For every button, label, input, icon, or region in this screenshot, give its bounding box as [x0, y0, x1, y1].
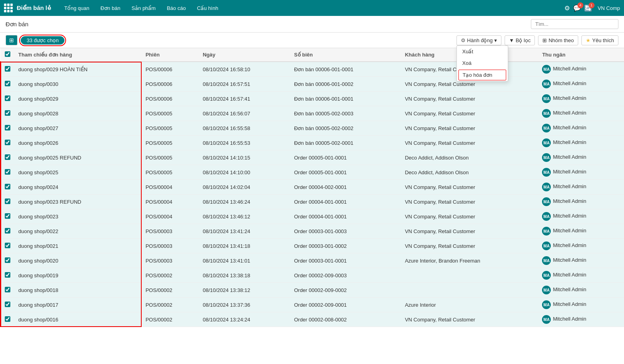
row-checkbox[interactable] — [5, 140, 10, 145]
cell-date: 08/10/2024 14:02:04 — [199, 180, 290, 195]
row-checkbox[interactable] — [5, 287, 10, 292]
action-dropdown-menu: Xuất Xoá Tạo hóa đơn — [456, 45, 508, 82]
table-row[interactable]: duong shop/0028 POS/00005 08/10/2024 16:… — [0, 106, 624, 121]
cell-date: 08/10/2024 13:37:36 — [199, 298, 290, 312]
search-input[interactable] — [531, 19, 618, 29]
cell-customer — [401, 283, 538, 298]
cell-order: Order 00004-001-0001 — [290, 209, 401, 224]
row-checkbox[interactable] — [5, 199, 10, 204]
table-row[interactable]: duong shop/0021 POS/00003 08/10/2024 13:… — [0, 239, 624, 253]
table-row[interactable]: duong shop/0019 POS/00002 08/10/2024 13:… — [0, 268, 624, 283]
row-checkbox[interactable] — [5, 257, 10, 263]
cell-cashier: MAMitchell Admin — [538, 253, 624, 268]
chat-icon[interactable]: 💬 4 — [573, 4, 581, 12]
gear-icon: ⚙ — [461, 37, 466, 43]
grid-view-button[interactable]: ⊞ — [6, 35, 17, 45]
action-dropdown-wrapper: ⚙ Hành động ▾ Xuất Xoá Tạo hóa đơn — [456, 35, 501, 45]
row-checkbox[interactable] — [5, 184, 10, 189]
view-toggle: ⊞ — [6, 35, 18, 45]
app-grid-icon[interactable] — [4, 4, 13, 12]
cell-session: POS/00002 — [142, 298, 199, 312]
cell-session: POS/00003 — [142, 239, 199, 253]
cell-session: POS/00005 — [142, 165, 199, 180]
row-checkbox[interactable] — [5, 228, 10, 234]
menu-item-delete[interactable]: Xoá — [457, 57, 508, 69]
group-icon: ⊞ — [542, 37, 547, 43]
orders-table: Tham chiếu đơn hàng Phiên Ngày Số biên K… — [0, 48, 624, 327]
cell-customer: VN Company, Retail Customer — [401, 239, 538, 253]
row-checkbox[interactable] — [5, 154, 10, 160]
row-checkbox[interactable] — [5, 110, 10, 116]
navbar: Điểm bán lẻ Tổng quan Đơn bán Sản phẩm B… — [0, 0, 624, 16]
cell-order: Order 00002-008-0002 — [290, 312, 401, 327]
col-cashier: Thu ngân — [538, 48, 624, 62]
avatar: MA — [542, 168, 551, 177]
group-button[interactable]: ⊞ Nhóm theo — [538, 35, 578, 45]
brand-name[interactable]: Điểm bán lẻ — [17, 4, 51, 12]
table-row[interactable]: duong shop/0027 POS/00005 08/10/2024 16:… — [0, 121, 624, 136]
cell-date: 08/10/2024 16:57:41 — [199, 91, 290, 106]
cell-order: Đơn bán 00005-002-0003 — [290, 106, 401, 121]
row-checkbox[interactable] — [5, 316, 10, 322]
cell-order: Order 00004-001-0001 — [290, 195, 401, 209]
cell-session: POS/00002 — [142, 312, 199, 327]
row-checkbox[interactable] — [5, 213, 10, 219]
col-session: Phiên — [142, 48, 199, 62]
nav-reports[interactable]: Báo cáo — [161, 0, 191, 16]
cell-customer: VN Company, Retail Customer — [401, 224, 538, 239]
table-header-row: Tham chiếu đơn hàng Phiên Ngày Số biên K… — [0, 48, 624, 62]
row-checkbox[interactable] — [5, 272, 10, 278]
row-checkbox[interactable] — [5, 81, 10, 86]
menu-item-export[interactable]: Xuất — [457, 46, 508, 57]
avatar: MA — [542, 197, 551, 206]
row-checkbox[interactable] — [5, 125, 10, 130]
nav-products[interactable]: Sản phẩm — [126, 0, 161, 16]
table-row[interactable]: duong shop/0024 POS/00004 08/10/2024 14:… — [0, 180, 624, 195]
cell-ref: duong shop/0021 — [14, 239, 142, 253]
fav-button[interactable]: ★ Yêu thích — [581, 35, 618, 45]
row-checkbox[interactable] — [5, 302, 10, 307]
cell-customer: Azure Interior, Brandon Freeman — [401, 253, 538, 268]
table-row[interactable]: duong shop/0022 POS/00003 08/10/2024 13:… — [0, 224, 624, 239]
settings-icon[interactable]: ⚙ — [564, 4, 570, 12]
nav-overview[interactable]: Tổng quan — [59, 0, 95, 16]
table-row[interactable]: duong shop/0023 REFUND POS/00004 08/10/2… — [0, 195, 624, 209]
selected-count-badge[interactable]: 33 được chọn — [21, 36, 64, 45]
table-row[interactable]: duong shop/0020 POS/00003 08/10/2024 13:… — [0, 253, 624, 268]
menu-item-create-invoice[interactable]: Tạo hóa đơn — [458, 70, 506, 80]
avatar: MA — [542, 153, 551, 162]
table-row[interactable]: duong shop/0025 REFUND POS/00005 08/10/2… — [0, 150, 624, 165]
table-row[interactable]: duong shop/0018 POS/00002 08/10/2024 13:… — [0, 283, 624, 298]
row-checkbox-cell — [0, 195, 14, 209]
row-checkbox[interactable] — [5, 95, 10, 101]
row-checkbox[interactable] — [5, 169, 10, 175]
table-row[interactable]: duong shop/0025 POS/00005 08/10/2024 14:… — [0, 165, 624, 180]
cell-ref: duong shop/0017 — [14, 298, 142, 312]
table-container: Tham chiếu đơn hàng Phiên Ngày Số biên K… — [0, 48, 624, 327]
nav-orders[interactable]: Đơn bán — [95, 0, 126, 16]
cell-session: POS/00003 — [142, 253, 199, 268]
table-row[interactable]: duong shop/0029 POS/00006 08/10/2024 16:… — [0, 91, 624, 106]
updates-icon[interactable]: 🔄 1 — [584, 4, 592, 12]
select-all-checkbox[interactable] — [5, 51, 10, 57]
cell-ref: duong shop/0024 — [14, 180, 142, 195]
cell-cashier: MAMitchell Admin — [538, 91, 624, 106]
row-checkbox-cell — [0, 283, 14, 298]
action-button[interactable]: ⚙ Hành động ▾ — [456, 35, 501, 45]
table-row[interactable]: duong shop/0023 POS/00004 08/10/2024 13:… — [0, 209, 624, 224]
row-checkbox[interactable] — [5, 66, 10, 72]
filter-button[interactable]: ▼ Bộ lọc — [505, 35, 535, 45]
cell-cashier: MAMitchell Admin — [538, 136, 624, 150]
table-row[interactable]: duong shop/0026 POS/00005 08/10/2024 16:… — [0, 136, 624, 150]
row-checkbox-cell — [0, 77, 14, 91]
row-checkbox[interactable] — [5, 243, 10, 248]
avatar: MA — [542, 286, 551, 294]
cell-cashier: MAMitchell Admin — [538, 106, 624, 121]
table-row[interactable]: duong shop/0017 POS/00002 08/10/2024 13:… — [0, 298, 624, 312]
table-row[interactable]: duong shop/0016 POS/00002 08/10/2024 13:… — [0, 312, 624, 327]
nav-config[interactable]: Cấu hình — [191, 0, 224, 16]
table-row[interactable]: duong shop/0030 POS/00006 08/10/2024 16:… — [0, 77, 624, 91]
table-body: duong shop/0029 HOÀN TIỀN POS/00006 08/1… — [0, 62, 624, 327]
chevron-down-icon: ▾ — [494, 37, 497, 43]
table-row[interactable]: duong shop/0029 HOÀN TIỀN POS/00006 08/1… — [0, 62, 624, 77]
